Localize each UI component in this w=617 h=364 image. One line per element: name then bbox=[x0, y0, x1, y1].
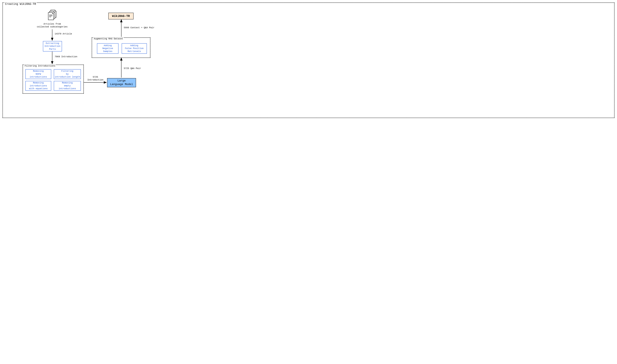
filter-length: Filtering by introduction length bbox=[54, 69, 81, 79]
filter-nsfw: Removing NSFW introductions bbox=[26, 69, 51, 79]
augmenting-group: Augmenting RAG Dataset Adding Negative S… bbox=[92, 37, 150, 58]
filter-empty: Removing empty introductions bbox=[54, 81, 81, 91]
edge-label-2: 7069 Introduction bbox=[55, 55, 77, 58]
aug-negative: Adding Negative Samples bbox=[97, 43, 118, 54]
edge-label-3: 5725 Introduction bbox=[87, 76, 104, 81]
extract-box: Extracting Introduction Parts bbox=[43, 41, 62, 52]
edge-label-1: 14379 Article bbox=[55, 32, 72, 35]
filter-equations: Removing introductions with equations bbox=[26, 81, 51, 91]
filtering-group: Filtering Introductions Removing NSFW in… bbox=[23, 65, 84, 94]
edge-label-5: 5999 Context + Q&A Pair bbox=[124, 26, 154, 29]
canvas: Articles from collected subcategories 14… bbox=[7, 5, 184, 114]
arrows-layer bbox=[7, 5, 184, 114]
filtering-group-title: Filtering Introductions bbox=[24, 65, 56, 67]
llm-box: Large Language Model bbox=[107, 78, 136, 87]
edge-label-4: 5725 Q&A Pair bbox=[124, 67, 141, 70]
aug-false-positive: Adding False Positive Retrievals bbox=[122, 43, 147, 54]
articles-label: Articles from collected subcategories bbox=[36, 23, 68, 28]
outer-container: Creating WikiRAG-TR Articles from col bbox=[2, 2, 615, 118]
output-box: WikiRAG-TR bbox=[108, 13, 133, 19]
augmenting-group-title: Augmenting RAG Dataset bbox=[93, 38, 124, 40]
